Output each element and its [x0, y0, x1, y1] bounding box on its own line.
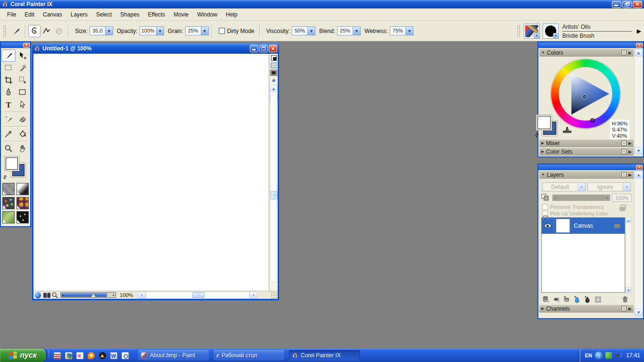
menu-file[interactable]: File — [3, 10, 20, 19]
search-icon[interactable] — [121, 351, 129, 360]
cloner-tool[interactable] — [1, 113, 16, 125]
menu-shapes[interactable]: Shapes — [116, 10, 144, 19]
drawing-mode-icon[interactable] — [35, 292, 41, 298]
toolbox-titlebar[interactable]: × — [1, 42, 30, 48]
layers-expand-icon[interactable]: ▼ — [541, 173, 545, 177]
wetness-combo[interactable]: 75%▼ — [390, 26, 413, 35]
layers-palette-titlebar[interactable]: × — [538, 165, 643, 170]
grain-dropdown-icon[interactable]: ▼ — [201, 27, 208, 35]
document-titlebar[interactable]: Untitled-1 @ 100% × — [32, 43, 279, 54]
viscosity-dropdown-icon[interactable]: ▼ — [307, 27, 315, 35]
brush-dab-preview[interactable]: ▼ — [543, 24, 559, 39]
close-button[interactable]: × — [633, 1, 642, 8]
layer-thumbnail[interactable] — [556, 219, 570, 233]
taskbar-button-desktop[interactable]: e Рабочий стол — [214, 350, 284, 361]
colors-scroll-down-icon[interactable]: ▼ — [635, 147, 643, 155]
brush-category-dropdown-icon[interactable]: ▼ — [534, 33, 540, 39]
brush-category-preview[interactable]: ▼ — [524, 24, 540, 39]
flower-icon[interactable] — [75, 351, 84, 360]
pattern-selector[interactable] — [2, 197, 15, 209]
vertical-scrollbar[interactable] — [270, 91, 277, 282]
align-strokes-button[interactable] — [53, 25, 65, 37]
colors-palette-close-icon[interactable]: × — [636, 43, 643, 48]
layer-list-down-icon[interactable]: ▼ — [626, 287, 631, 293]
layers-section-header[interactable]: ▼ Layers × ▶ — [539, 171, 634, 179]
blend-combo[interactable]: 25%▼ — [337, 26, 361, 35]
toolbox-close-icon[interactable]: × — [23, 43, 30, 48]
page-curl-icon[interactable] — [270, 54, 277, 61]
warning-app-icon[interactable] — [98, 351, 107, 360]
word-icon[interactable]: W — [109, 351, 118, 360]
color-sets-section-header[interactable]: ▶ Color Sets × ▶ — [539, 148, 634, 156]
colors-section-header[interactable]: ▼ Colors × ▶ — [539, 49, 634, 57]
document-minimize-button[interactable] — [250, 45, 258, 52]
main-color-swatch[interactable] — [6, 157, 18, 170]
colors-menu-arrow-icon[interactable]: ▶ — [628, 50, 632, 55]
menu-movie[interactable]: Movie — [169, 10, 193, 19]
vscroll-thumb[interactable] — [271, 191, 278, 199]
hide-icons-chevron-icon[interactable]: ‹ — [595, 352, 603, 359]
nozzle-selector[interactable] — [2, 211, 15, 223]
mixer-section-header[interactable]: ▶ Mixer × ▶ — [539, 140, 634, 147]
magic-wand-tool[interactable] — [16, 62, 30, 74]
colors-expand-icon[interactable]: ▼ — [541, 50, 545, 55]
magnifier-tool[interactable] — [1, 142, 16, 155]
canvas-area[interactable] — [33, 54, 269, 291]
hue-cursor[interactable] — [590, 118, 594, 123]
propbar-drag-handle[interactable] — [3, 25, 7, 37]
channels-expand-icon[interactable]: ▶ — [541, 306, 544, 311]
menu-window[interactable]: Window — [193, 10, 222, 19]
gradient-selector[interactable] — [17, 183, 29, 195]
layers-palette-scrollbar[interactable]: ▲ ▼ — [634, 171, 642, 316]
composite-method-dropdown[interactable]: Default ▼ — [542, 182, 586, 191]
dynamic-plugins-icon[interactable] — [553, 296, 560, 303]
layer-commands-icon[interactable] — [542, 296, 550, 303]
layer-visibility-cell[interactable] — [542, 218, 554, 234]
brushsel-drag-handle[interactable] — [517, 25, 521, 37]
front-color-swatch[interactable] — [537, 116, 551, 129]
layers-menu-arrow-icon[interactable]: ▶ — [628, 173, 632, 177]
paper-selector[interactable] — [2, 183, 15, 195]
hscroll-left-button[interactable]: ‹ — [138, 292, 146, 298]
screen-mode-icon[interactable] — [270, 69, 277, 76]
menu-edit[interactable]: Edit — [20, 10, 39, 19]
colors-palette-scrollbar[interactable]: ▲ ▼ — [634, 49, 642, 155]
composite-depth-dd-icon[interactable]: ▼ — [623, 183, 630, 191]
grid-overlay-icon[interactable] — [270, 62, 277, 69]
menu-effects[interactable]: Effects — [144, 10, 169, 19]
document-close-button[interactable]: × — [269, 45, 277, 52]
look-selector[interactable] — [17, 211, 29, 223]
pen-tool[interactable] — [1, 86, 16, 99]
star-icon[interactable]: ★ — [270, 77, 277, 84]
colors-palette-titlebar[interactable]: × — [538, 42, 643, 48]
shape-selection-tool[interactable] — [16, 99, 30, 111]
zoom-icon[interactable] — [51, 292, 58, 299]
restore-button[interactable] — [622, 1, 632, 8]
brush-variant-name[interactable]: Bristle Brush — [562, 32, 632, 39]
zoom-slider[interactable]: ◂ ▸ — [60, 292, 116, 298]
update-icon[interactable] — [605, 352, 612, 359]
eraser-tool[interactable] — [16, 113, 30, 125]
new-layer-mask-icon[interactable] — [594, 296, 602, 303]
taskbar-button-painter[interactable]: Corel Painter IX — [289, 350, 360, 361]
dropper-tool[interactable] — [1, 128, 16, 140]
rectangular-shape-tool[interactable] — [16, 86, 30, 99]
layers-scroll-down-icon[interactable]: ▼ — [635, 309, 643, 316]
opacity-combo[interactable]: 100%▼ — [140, 26, 164, 35]
paint-icon[interactable] — [64, 351, 73, 360]
language-indicator[interactable]: EN — [585, 353, 592, 358]
channels-xbox-icon[interactable]: × — [621, 306, 627, 311]
layers-palette-close-icon[interactable]: × — [636, 165, 643, 170]
delete-layer-icon[interactable] — [621, 296, 629, 303]
new-watercolor-layer-icon[interactable] — [573, 296, 581, 303]
menu-help[interactable]: Help — [222, 10, 242, 19]
dirty-mode-checkbox[interactable] — [219, 28, 225, 34]
grain-combo[interactable]: 25%▼ — [185, 26, 209, 35]
viscosity-combo[interactable]: 50%▼ — [292, 26, 315, 35]
mixer-xbox-icon[interactable]: × — [621, 140, 627, 146]
hscroll-thumb[interactable]: ≡ — [192, 292, 205, 298]
colors-scroll-up-icon[interactable]: ▲ — [635, 49, 643, 57]
color-sets-expand-icon[interactable]: ▶ — [541, 149, 544, 154]
color-sets-xbox-icon[interactable]: × — [621, 149, 627, 154]
layers-scroll-up-icon[interactable]: ▲ — [635, 171, 643, 179]
